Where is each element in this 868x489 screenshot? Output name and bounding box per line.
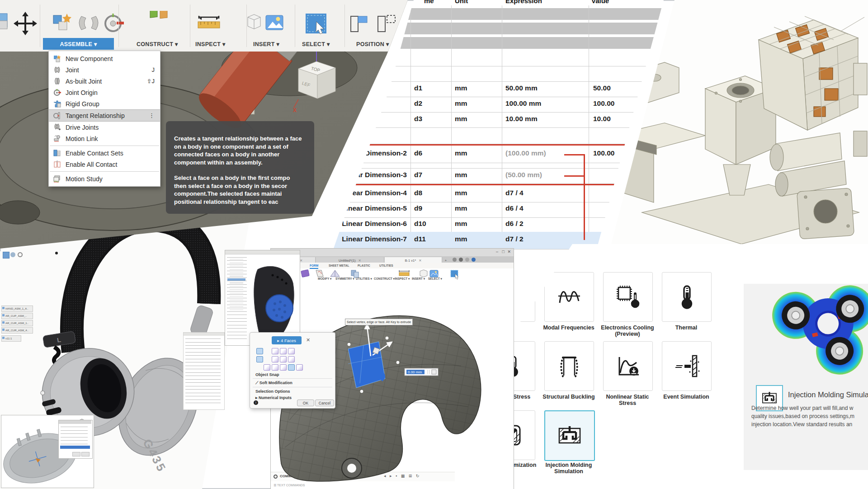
group-symmetry[interactable]: SYMMETRY ▾ bbox=[335, 277, 354, 281]
extensions-icon[interactable] bbox=[465, 258, 469, 262]
earcup-inset-window bbox=[1, 415, 94, 488]
position-dropdown[interactable]: POSITION ▾ bbox=[356, 41, 389, 47]
study-card-injection-molding-selected[interactable] bbox=[544, 410, 595, 461]
group-inspect[interactable]: INSPECT ▾ bbox=[395, 277, 410, 281]
vertex-mode-icon[interactable] bbox=[280, 356, 287, 362]
ribbon-group-labels: MODIFY ▾ SYMMETRY ▾ UTILITIES ▾ CONSTRUC… bbox=[271, 277, 514, 282]
pattern-icon[interactable] bbox=[288, 348, 295, 354]
joint-origin-icon bbox=[53, 89, 61, 96]
joint-icon bbox=[53, 66, 61, 74]
info-icon[interactable]: i bbox=[254, 400, 258, 405]
browser-tree[interactable] bbox=[185, 337, 221, 405]
inspect-dropdown[interactable]: INSPECT ▾ bbox=[195, 41, 226, 47]
axis-indicator: Z bbox=[519, 279, 531, 297]
annotation-bracket bbox=[584, 154, 585, 240]
motion-link-icon bbox=[53, 135, 61, 142]
annotation-line bbox=[316, 184, 651, 185]
edit-form-dialog: ▸ 4 Faces ✕ Object Snap ⟋ Soft Modificat… bbox=[250, 332, 335, 409]
group-construct[interactable]: CONSTRUCT ▾ bbox=[374, 277, 395, 281]
soft-modification-label[interactable]: ⟋ Soft Modification bbox=[255, 381, 292, 386]
copy-icon[interactable] bbox=[280, 348, 287, 354]
study-label: Modal Frequencies bbox=[539, 324, 599, 331]
minimize-button[interactable]: – bbox=[496, 249, 498, 254]
tree-selected-row[interactable] bbox=[227, 278, 245, 281]
col-header-value: Value bbox=[591, 0, 609, 5]
injection-panel-description: Determine how well your part will fill,a… bbox=[751, 404, 854, 428]
edge-mode-icon[interactable] bbox=[272, 356, 278, 362]
toolbar-icons[interactable] bbox=[0, 11, 407, 36]
menu-item-enable-contact-sets[interactable]: Enable Contact Sets bbox=[49, 147, 160, 159]
collage: HAND_ASM_1_A.. AR_CUP_ASM_.. AR_CUR_ASM_… bbox=[0, 0, 868, 489]
enable-all-contact-icon bbox=[53, 160, 61, 168]
menu-item-new-component[interactable]: New Component bbox=[49, 53, 160, 64]
menu-item-joint[interactable]: JointJ bbox=[49, 64, 160, 75]
selected-property-row[interactable] bbox=[60, 446, 90, 449]
menu-item-motion-link[interactable]: Motion Link bbox=[49, 133, 160, 144]
menu-item-as-built-joint[interactable]: As-built Joint⇧J bbox=[49, 75, 160, 87]
more-options-icon[interactable]: ⋮ bbox=[149, 112, 155, 119]
clear-selection-icon[interactable]: ✕ bbox=[306, 337, 310, 343]
fidget-spinner-render bbox=[757, 284, 868, 383]
ok-button[interactable]: OK bbox=[297, 400, 314, 406]
mini-ok-button[interactable] bbox=[72, 452, 80, 456]
study-label: Injection Molding Simulation bbox=[539, 462, 599, 475]
group-utilities[interactable]: UTILITIES ▾ bbox=[356, 277, 372, 281]
assemble-dropdown-button[interactable]: ASSEMBLE ▾ bbox=[43, 38, 114, 50]
shrink-select-icon[interactable] bbox=[296, 364, 303, 371]
paint-select-icon[interactable] bbox=[272, 364, 278, 371]
rigid-group-icon bbox=[53, 100, 61, 108]
ribbon-tab-row: FORM SHEET METAL PLASTIC UTILITIES bbox=[271, 263, 514, 268]
study-card-electronics-cooling[interactable] bbox=[603, 272, 653, 322]
insert-dropdown[interactable]: INSERT ▾ bbox=[253, 41, 279, 47]
event-simulation-icon bbox=[674, 353, 700, 379]
tab-utilities[interactable]: UTILITIES bbox=[379, 264, 393, 267]
study-label: Structural Buckling bbox=[539, 394, 599, 400]
select-mode-icon[interactable] bbox=[256, 348, 263, 354]
body-mode-icon[interactable] bbox=[288, 356, 295, 362]
selection-chip[interactable]: ▸ 4 Faces bbox=[272, 336, 302, 344]
drive-joints-icon bbox=[53, 123, 61, 131]
avatar[interactable] bbox=[472, 258, 476, 262]
tab-plastic[interactable]: PLASTIC bbox=[358, 264, 370, 267]
select-dropdown[interactable]: SELECT ▾ bbox=[302, 41, 330, 47]
study-card-structural-buckling[interactable] bbox=[544, 341, 594, 391]
study-card-thermal[interactable] bbox=[662, 272, 712, 322]
study-card-event-simulation[interactable] bbox=[662, 341, 712, 391]
group-modify[interactable]: MODIFY ▾ bbox=[318, 277, 331, 281]
group-insert[interactable]: INSERT ▾ bbox=[412, 277, 425, 281]
grow-select-icon[interactable] bbox=[288, 364, 295, 371]
construct-dropdown[interactable]: CONSTRUCT ▾ bbox=[137, 41, 178, 47]
as-built-joint-icon bbox=[53, 77, 61, 85]
edit-icon[interactable] bbox=[272, 348, 278, 354]
annotation-stub bbox=[564, 154, 585, 155]
numerical-inputs-label[interactable]: ▸ Numerical Inputs bbox=[255, 395, 292, 400]
study-card-nonlinear-static[interactable] bbox=[603, 341, 653, 391]
menu-item-joint-origin[interactable]: Joint Origin bbox=[49, 87, 160, 98]
menu-item-enable-all-contact[interactable]: Enable All Contact bbox=[49, 159, 160, 170]
face-mode-icon[interactable] bbox=[256, 356, 263, 362]
menu-item-rigid-group[interactable]: Rigid Group bbox=[49, 98, 160, 109]
notifications-icon[interactable] bbox=[459, 258, 463, 262]
window-titlebar[interactable]: – □ ✕ bbox=[271, 249, 514, 256]
annotation-line bbox=[335, 144, 665, 146]
close-button[interactable]: ✕ bbox=[507, 249, 511, 254]
maximize-button[interactable]: □ bbox=[502, 249, 505, 254]
tab-sheet-metal[interactable]: SHEET METAL bbox=[329, 264, 349, 267]
menu-item-tangent-relationship[interactable]: Tangent Relationship ⋮ bbox=[49, 109, 160, 122]
dimension-input[interactable]: 0.00 mm bbox=[405, 368, 438, 376]
range-select-icon[interactable] bbox=[280, 364, 287, 371]
menu-separator bbox=[50, 171, 159, 172]
menu-item-motion-study[interactable]: Motion Study bbox=[49, 173, 160, 184]
tangent-relationship-icon bbox=[53, 112, 61, 119]
filter-icon[interactable] bbox=[264, 364, 270, 371]
menu-item-drive-joints[interactable]: Drive Joints bbox=[49, 122, 160, 133]
study-card-modal-frequencies[interactable] bbox=[544, 272, 594, 322]
col-header-expression: Expression bbox=[505, 0, 542, 5]
mini-cancel-button[interactable] bbox=[81, 452, 90, 456]
selection-options-label[interactable]: Selection Options bbox=[255, 389, 290, 394]
group-select[interactable]: SELECT ▾ bbox=[428, 277, 442, 281]
viewcube[interactable]: Z TOP LEF X bbox=[293, 41, 343, 113]
help-icon[interactable] bbox=[453, 258, 457, 262]
cancel-button[interactable]: Cancel bbox=[315, 400, 334, 406]
svg-text:0.00 mm: 0.00 mm bbox=[408, 370, 422, 374]
